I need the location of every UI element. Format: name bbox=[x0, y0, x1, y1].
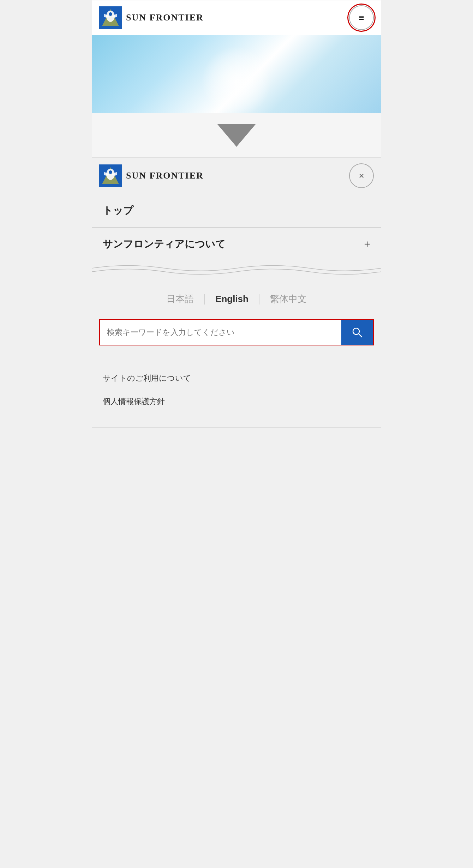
footer-link-terms[interactable]: サイトのご利用について bbox=[103, 367, 370, 390]
search-input[interactable] bbox=[100, 320, 341, 345]
footer-link-privacy[interactable]: 個人情報保護方針 bbox=[103, 390, 370, 413]
search-box bbox=[99, 319, 374, 345]
hamburger-button[interactable]: ≡ bbox=[349, 5, 374, 30]
svg-point-7 bbox=[109, 170, 112, 174]
logo-icon bbox=[99, 6, 122, 29]
menu-logo-icon bbox=[99, 164, 122, 187]
wavy-divider bbox=[92, 261, 381, 279]
top-section: Sun Frontier ≡ bbox=[92, 0, 381, 113]
search-button[interactable] bbox=[341, 320, 373, 345]
lang-english[interactable]: English bbox=[205, 294, 259, 305]
expand-icon: + bbox=[364, 238, 370, 250]
search-icon bbox=[351, 326, 364, 339]
menu-header: Sun Frontier × bbox=[92, 158, 381, 194]
search-section bbox=[92, 319, 381, 360]
logo-area: Sun Frontier bbox=[99, 6, 204, 29]
down-arrow-icon bbox=[217, 124, 256, 147]
menu-logo-text: Sun Frontier bbox=[126, 170, 204, 181]
language-section: 日本語 English 繁体中文 bbox=[92, 279, 381, 319]
lang-chinese[interactable]: 繁体中文 bbox=[259, 293, 317, 305]
menu-logo-area: Sun Frontier bbox=[99, 164, 204, 187]
logo-text: Sun Frontier bbox=[126, 12, 204, 23]
footer-links: サイトのご利用について 個人情報保護方針 bbox=[92, 360, 381, 427]
expanded-menu-section: Sun Frontier × トップ サンフロンティアについて + 日本語 En… bbox=[92, 157, 381, 428]
svg-line-9 bbox=[359, 334, 362, 337]
hero-banner bbox=[92, 35, 381, 113]
top-header: Sun Frontier ≡ bbox=[92, 0, 381, 35]
lang-japanese[interactable]: 日本語 bbox=[156, 293, 204, 305]
svg-point-3 bbox=[109, 12, 112, 16]
arrow-section bbox=[92, 113, 381, 157]
close-menu-button[interactable]: × bbox=[349, 163, 374, 188]
menu-item-top[interactable]: トップ bbox=[92, 194, 381, 228]
menu-item-about[interactable]: サンフロンティアについて + bbox=[92, 228, 381, 261]
